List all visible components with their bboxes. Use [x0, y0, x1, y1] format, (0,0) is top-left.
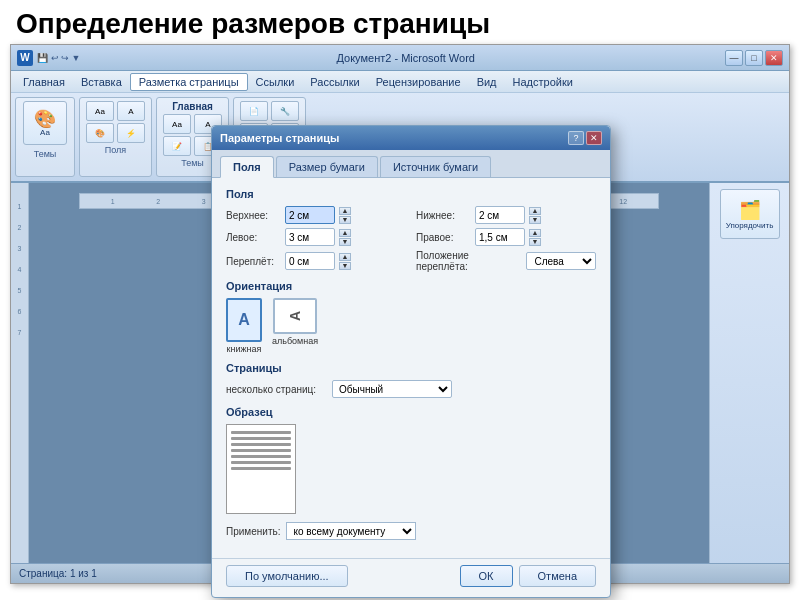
gutter-pos-label: Положение переплёта:: [416, 250, 522, 272]
sample-line-4: [231, 449, 291, 452]
sample-line-7: [231, 467, 291, 470]
tab-paper-source[interactable]: Источник бумаги: [380, 156, 491, 177]
sample-line-5: [231, 455, 291, 458]
ok-button[interactable]: ОК: [460, 565, 513, 587]
bottom-spin-down[interactable]: ▼: [529, 216, 541, 224]
default-button[interactable]: По умолчанию...: [226, 565, 348, 587]
bottom-field-row: Нижнее: ▲ ▼: [416, 206, 596, 224]
sample-line-2: [231, 437, 291, 440]
right-field-label: Правое:: [416, 232, 471, 243]
left-spin-down[interactable]: ▼: [339, 238, 351, 246]
right-spin: ▲ ▼: [529, 229, 541, 246]
sample-line-6: [231, 461, 291, 464]
sample-line-1: [231, 431, 291, 434]
gutter-field-label: Переплёт:: [226, 256, 281, 267]
pages-row: несколько страниц: Обычный: [226, 380, 596, 398]
pages-section: Страницы несколько страниц: Обычный: [226, 362, 596, 398]
right-spin-down[interactable]: ▼: [529, 238, 541, 246]
fields-section-label: Поля: [226, 188, 596, 200]
orientation-section: Ориентация A книжная A альбомн: [226, 280, 596, 354]
sample-label: Образец: [226, 406, 596, 418]
left-field-label: Левое:: [226, 232, 281, 243]
orientation-label: Ориентация: [226, 280, 596, 292]
top-field-row: Верхнее: ▲ ▼: [226, 206, 406, 224]
bottom-field-input[interactable]: [475, 206, 525, 224]
gutter-field-input[interactable]: [285, 252, 335, 270]
orientation-options: A книжная A альбомная: [226, 298, 596, 354]
dialog-footer-right: ОК Отмена: [460, 565, 596, 587]
tab-fields[interactable]: Поля: [220, 156, 274, 178]
dialog-title-text: Параметры страницы: [220, 132, 566, 144]
dialog-close-button[interactable]: ✕: [586, 131, 602, 145]
page-title: Определение размеров страницы: [0, 0, 800, 44]
pages-select[interactable]: Обычный: [332, 380, 452, 398]
right-field-row: Правое: ▲ ▼: [416, 228, 596, 246]
fields-grid: Верхнее: ▲ ▼ Нижнее: ▲ ▼: [226, 206, 596, 272]
right-spin-up[interactable]: ▲: [529, 229, 541, 237]
top-field-label: Верхнее:: [226, 210, 281, 221]
left-field-input[interactable]: [285, 228, 335, 246]
page-params-dialog: Параметры страницы ? ✕ Поля Размер бумаг…: [211, 125, 611, 598]
gutter-spin: ▲ ▼: [339, 253, 351, 270]
portrait-icon: A: [226, 298, 262, 342]
landscape-option[interactable]: A альбомная: [272, 298, 318, 354]
word-window: W 💾 ↩ ↪ ▼ Документ2 - Microsoft Word — □…: [10, 44, 790, 584]
apply-select[interactable]: ко всему документу: [286, 522, 416, 540]
tab-paper-size[interactable]: Размер бумаги: [276, 156, 378, 177]
gutter-spin-up[interactable]: ▲: [339, 253, 351, 261]
gutter-pos-select[interactable]: Слева: [526, 252, 596, 270]
dialog-tabs: Поля Размер бумаги Источник бумаги: [212, 150, 610, 178]
pages-section-label: Страницы: [226, 362, 596, 374]
apply-section: Применить: ко всему документу: [226, 522, 596, 540]
bottom-spin-up[interactable]: ▲: [529, 207, 541, 215]
right-field-input[interactable]: [475, 228, 525, 246]
dialog-overlay: Параметры страницы ? ✕ Поля Размер бумаг…: [11, 45, 789, 583]
landscape-label: альбомная: [272, 336, 318, 346]
left-field-row: Левое: ▲ ▼: [226, 228, 406, 246]
portrait-label: книжная: [227, 344, 262, 354]
left-spin: ▲ ▼: [339, 229, 351, 246]
apply-label: Применить:: [226, 526, 280, 537]
top-spin-up[interactable]: ▲: [339, 207, 351, 215]
top-spin-down[interactable]: ▼: [339, 216, 351, 224]
gutter-field-row: Переплёт: ▲ ▼: [226, 250, 406, 272]
sample-box: [226, 424, 296, 514]
bottom-spin: ▲ ▼: [529, 207, 541, 224]
top-field-input[interactable]: [285, 206, 335, 224]
gutter-pos-row: Положение переплёта: Слева: [416, 250, 596, 272]
portrait-option[interactable]: A книжная: [226, 298, 262, 354]
sample-line-3: [231, 443, 291, 446]
dialog-footer: По умолчанию... ОК Отмена: [212, 558, 610, 597]
top-spin: ▲ ▼: [339, 207, 351, 224]
dialog-title-bar: Параметры страницы ? ✕: [212, 126, 610, 150]
cancel-button[interactable]: Отмена: [519, 565, 596, 587]
left-spin-up[interactable]: ▲: [339, 229, 351, 237]
sample-section: Образец: [226, 406, 596, 514]
gutter-spin-down[interactable]: ▼: [339, 262, 351, 270]
dialog-footer-left: По умолчанию...: [226, 565, 348, 587]
pages-field-label: несколько страниц:: [226, 384, 326, 395]
dialog-help-button[interactable]: ?: [568, 131, 584, 145]
bottom-field-label: Нижнее:: [416, 210, 471, 221]
dialog-content: Поля Верхнее: ▲ ▼ Нижнее:: [212, 178, 610, 558]
landscape-icon: A: [273, 298, 317, 334]
